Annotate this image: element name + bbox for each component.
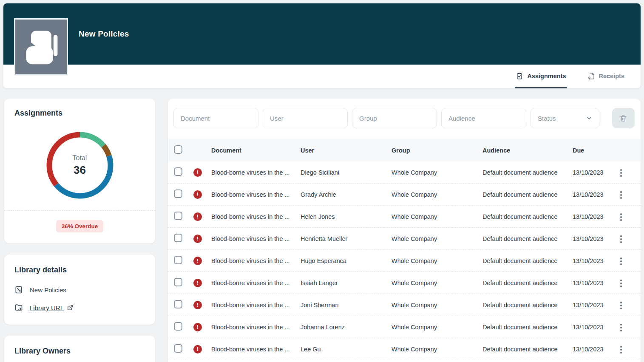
overdue-alert-icon: !	[193, 212, 202, 221]
row-menu-button[interactable]	[617, 233, 625, 246]
group-cell: Whole Company	[392, 213, 482, 220]
row-checkbox[interactable]	[174, 189, 182, 198]
user-cell: Johanna Lorenz	[301, 324, 392, 331]
audience-cell: Default document audience	[482, 302, 573, 308]
tab-receipts[interactable]: Receipts	[587, 65, 625, 88]
document-cell: Blood-borne viruses in the ...	[211, 302, 301, 308]
page-title: New Policies	[79, 29, 129, 39]
donut-center-label: Total 36	[46, 131, 114, 199]
document-icon	[14, 286, 23, 294]
row-checkbox[interactable]	[174, 300, 182, 308]
table-row: ! Blood-borne viruses in the ... Johanna…	[168, 316, 641, 338]
overdue-alert-icon: !	[193, 168, 202, 177]
library-url-item: Library URL	[14, 303, 145, 312]
group-cell: Whole Company	[392, 280, 482, 286]
header-tabs: Assignments Receipts	[3, 65, 641, 88]
row-checkbox[interactable]	[174, 167, 182, 176]
user-cell: Grady Archie	[301, 191, 392, 198]
due-cell: 13/10/2023	[573, 280, 617, 286]
row-checkbox[interactable]	[174, 278, 182, 286]
tab-assignments-label: Assignments	[527, 73, 566, 79]
row-menu-button[interactable]	[617, 211, 625, 223]
column-header-due: Due	[573, 147, 617, 154]
table-header-row: Document User Group Audience Due	[168, 139, 641, 161]
document-cell: Blood-borne viruses in the ...	[211, 213, 301, 220]
user-cell: Helen Jones	[301, 213, 392, 220]
row-checkbox[interactable]	[174, 322, 182, 331]
row-menu-button[interactable]	[617, 277, 625, 290]
user-cell: Hugo Esperanca	[301, 257, 392, 264]
overdue-alert-icon: !	[193, 301, 202, 309]
row-menu-button[interactable]	[617, 321, 625, 334]
table-body: ! Blood-borne viruses in the ... Diego S…	[168, 161, 641, 360]
user-filter-input[interactable]	[263, 108, 348, 128]
row-menu-button[interactable]	[617, 167, 625, 179]
table-row: ! Blood-borne viruses in the ... Henriet…	[168, 228, 641, 250]
due-cell: 13/10/2023	[573, 191, 617, 198]
due-cell: 13/10/2023	[573, 302, 617, 308]
tab-receipts-label: Receipts	[599, 73, 624, 79]
delete-button[interactable]	[612, 108, 635, 128]
due-cell: 13/10/2023	[573, 169, 617, 176]
audience-filter-input[interactable]	[441, 108, 526, 128]
document-filter-input[interactable]	[173, 108, 258, 128]
row-checkbox[interactable]	[174, 344, 182, 353]
external-link-icon	[67, 305, 73, 311]
group-cell: Whole Company	[392, 191, 482, 198]
overdue-badge: 36% Overdue	[56, 220, 104, 232]
assignments-panel: Status Document User Group	[168, 99, 641, 362]
audience-cell: Default document audience	[482, 169, 573, 176]
clipboard-check-icon	[516, 72, 523, 80]
assignments-donut-chart: Total 36	[46, 131, 114, 199]
user-cell: Isaiah Langer	[301, 280, 392, 286]
table-row: ! Blood-borne viruses in the ... Lee Gu …	[168, 338, 641, 360]
overdue-alert-icon: !	[193, 235, 202, 243]
card-divider	[4, 210, 155, 211]
user-cell: Joni Sherman	[301, 302, 392, 308]
column-header-document: Document	[211, 147, 301, 154]
table-row: ! Blood-borne viruses in the ... Joni Sh…	[168, 294, 641, 316]
due-cell: 13/10/2023	[573, 324, 617, 331]
audience-cell: Default document audience	[482, 191, 573, 198]
group-cell: Whole Company	[392, 235, 482, 242]
table-row: ! Blood-borne viruses in the ... Helen J…	[168, 206, 641, 228]
overdue-alert-icon: !	[193, 190, 202, 199]
row-checkbox[interactable]	[174, 256, 182, 264]
group-cell: Whole Company	[392, 169, 482, 176]
due-cell: 13/10/2023	[573, 346, 617, 353]
tab-assignments[interactable]: Assignments	[515, 65, 567, 88]
chevron-down-icon	[586, 115, 593, 122]
donut-total-value: 36	[74, 164, 86, 177]
row-checkbox[interactable]	[174, 212, 182, 220]
assignments-card-title: Assignments	[14, 109, 145, 118]
column-header-user: User	[301, 147, 392, 154]
overdue-alert-icon: !	[193, 279, 202, 287]
library-url-link[interactable]: Library URL	[30, 304, 73, 311]
document-cell: Blood-borne viruses in the ...	[211, 324, 301, 331]
library-name-item: New Policies	[14, 286, 145, 294]
status-filter-select[interactable]: Status	[531, 108, 599, 128]
row-menu-button[interactable]	[617, 255, 625, 268]
filter-bar: Status	[168, 99, 641, 128]
column-header-audience: Audience	[482, 147, 573, 154]
due-cell: 13/10/2023	[573, 235, 617, 242]
overdue-alert-icon: !	[193, 345, 202, 354]
document-cell: Blood-borne viruses in the ...	[211, 346, 301, 353]
audience-cell: Default document audience	[482, 235, 573, 242]
overdue-alert-icon: !	[193, 323, 202, 331]
row-menu-button[interactable]	[617, 299, 625, 312]
audience-cell: Default document audience	[482, 346, 573, 353]
group-filter-input[interactable]	[352, 108, 437, 128]
group-cell: Whole Company	[392, 346, 482, 353]
assignments-table: Document User Group Audience Due ! Blood…	[168, 139, 641, 360]
table-row: ! Blood-borne viruses in the ... Grady A…	[168, 184, 641, 206]
column-header-group: Group	[392, 147, 482, 154]
row-menu-button[interactable]	[617, 189, 625, 201]
select-all-checkbox[interactable]	[174, 145, 182, 154]
document-cell: Blood-borne viruses in the ...	[211, 235, 301, 242]
receipt-icon	[587, 72, 595, 80]
row-menu-button[interactable]	[617, 343, 625, 356]
audience-cell: Default document audience	[482, 324, 573, 331]
due-cell: 13/10/2023	[573, 257, 617, 264]
row-checkbox[interactable]	[174, 234, 182, 242]
